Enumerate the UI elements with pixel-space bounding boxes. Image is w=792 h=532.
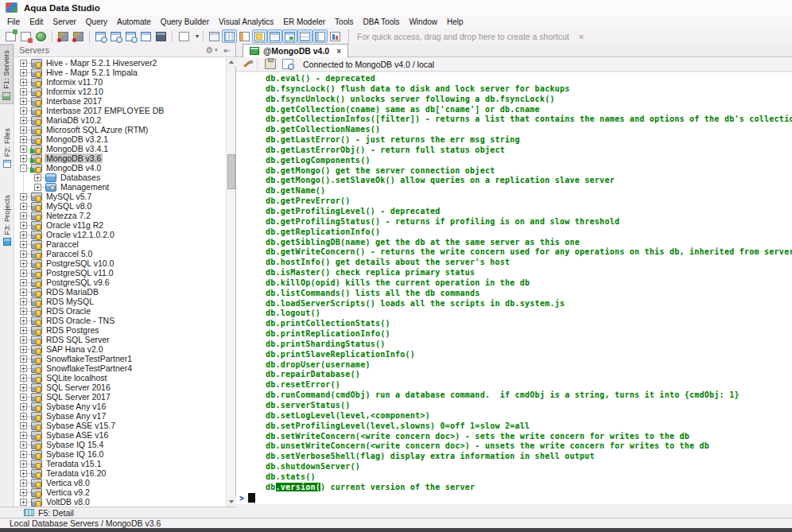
expand-icon[interactable]: + [20, 480, 27, 487]
dark-window-icon[interactable] [153, 29, 169, 43]
scroll-down-icon[interactable] [227, 497, 236, 507]
tree-item-vertica-v8-0[interactable]: +Vertica v8.0 [14, 478, 226, 487]
windows-icon[interactable] [207, 29, 222, 43]
tree-item-mongodb-v4-0[interactable]: -MongoDB v4.0 [14, 163, 226, 173]
tree-item-sql-server-2017[interactable]: +SQL Server 2017 [14, 392, 226, 402]
menu-server[interactable]: Server [48, 16, 80, 28]
tab-close-icon[interactable]: × [336, 47, 341, 56]
expand-icon[interactable]: + [20, 327, 27, 334]
tree-item-snowflaketestpartner4[interactable]: +SnowflakeTestPartner4 [14, 363, 226, 373]
server-grid-icon[interactable] [33, 29, 49, 43]
disconnect-icon[interactable] [56, 29, 71, 43]
tree-item-rds-postgres[interactable]: +RDS Postgres [14, 325, 226, 335]
side-tab-f2-files[interactable]: F2: Files [0, 123, 14, 171]
expand-icon[interactable]: + [34, 184, 41, 191]
expand-icon[interactable]: + [20, 441, 27, 449]
expand-icon[interactable]: + [20, 355, 27, 363]
tree-item-oracle-v12-1-0-2-0[interactable]: +Oracle v12.1.0.2.0 [14, 230, 226, 239]
grid-toggle-icon[interactable] [222, 29, 237, 43]
new-document-icon[interactable] [176, 29, 200, 43]
expand-icon[interactable]: + [20, 289, 27, 296]
expand-icon[interactable]: + [20, 155, 27, 162]
tree-item-postgresql-v11-0[interactable]: +PostgreSQL v11.0 [14, 268, 226, 278]
scroll-up-icon[interactable] [227, 57, 236, 67]
tree-item-mariadb-v10-2[interactable]: +MariaDB v10.2 [14, 115, 226, 125]
quick-access-close-icon[interactable]: × [579, 32, 584, 41]
pivot-toggle-icon[interactable] [282, 29, 297, 43]
tree-item-interbase-2017-employee-db[interactable]: +Interbase 2017 EMPLOYEE DB [14, 106, 226, 115]
minimize-panel-icon[interactable]: ⇤ [224, 46, 231, 55]
expand-icon[interactable]: + [20, 365, 27, 372]
side-tab-f3-projects[interactable]: F3: Projects [0, 190, 14, 249]
quick-access-bar[interactable]: For quick access, drag and drop here to … [348, 29, 584, 44]
tree-item-oracle-v11g-r2[interactable]: +Oracle v11g R2 [14, 220, 226, 230]
columns-toggle-icon[interactable] [237, 29, 252, 43]
tree-item-sybase-any-v16[interactable]: +Sybase Any v16 [14, 402, 226, 411]
tree-item-mysql-v5-7[interactable]: +MySQL v5.7 [14, 192, 226, 201]
edit-server-icon[interactable] [18, 29, 33, 43]
expand-icon[interactable]: + [20, 499, 27, 506]
expand-icon[interactable]: + [20, 451, 27, 458]
expand-icon[interactable]: + [20, 270, 27, 277]
tree-item-postgresql-v9-6[interactable]: +PostgreSQL v9.6 [14, 278, 226, 287]
expand-icon[interactable]: + [20, 394, 27, 401]
tree-item-teradata-v16-20[interactable]: +Teradata v16.20 [14, 468, 226, 478]
tree-item-hive-mapr-5-2-1-impala[interactable]: +Hive - Mapr 5.2.1 Impala [14, 68, 226, 77]
expand-icon[interactable]: + [20, 422, 27, 429]
tree-item-hive-mapr-5-2-1-hiveserver2[interactable]: +Hive - Mapr 5.2.1 Hiveserver2 [14, 58, 226, 68]
tree-item-rds-mysql[interactable]: +RDS MySQL [14, 297, 226, 306]
query-log-icon[interactable] [108, 29, 123, 43]
tree-item-paraccel[interactable]: +Paraccel [14, 239, 226, 249]
expand-icon[interactable]: + [20, 231, 27, 239]
menu-help[interactable]: Help [442, 16, 468, 28]
expand-icon[interactable]: + [20, 117, 27, 124]
expand-icon[interactable]: + [20, 222, 27, 229]
expand-icon[interactable]: + [20, 146, 27, 153]
tab-mongodb-v4[interactable]: @MongoDB v4.0 × [243, 44, 348, 57]
expand-icon[interactable]: + [20, 69, 27, 76]
tree-item-sap-hana-v2-0[interactable]: +SAP Hana v2.0 [14, 344, 226, 354]
scrollbar-thumb[interactable] [227, 154, 235, 189]
expand-icon[interactable]: + [20, 375, 27, 382]
tree-item-rds-sql-server[interactable]: +RDS SQL Server [14, 335, 226, 344]
tree-item-sybase-iq-16-0[interactable]: +Sybase IQ 16.0 [14, 449, 226, 459]
tree-item-mongodb-v3-6[interactable]: +MongoDB v3.6 [14, 153, 226, 163]
tree-item-sql-server-2016[interactable]: +SQL Server 2016 [14, 382, 226, 392]
menu-window[interactable]: Window [404, 16, 442, 28]
query-builder-icon[interactable] [138, 29, 153, 43]
expand-icon[interactable]: + [20, 413, 27, 420]
disconnect-all-icon[interactable] [71, 29, 86, 43]
yellow-panel-toggle-icon[interactable] [252, 29, 267, 43]
expand-icon[interactable]: + [20, 98, 27, 105]
menu-query-builder[interactable]: Query Builder [156, 16, 214, 28]
menu-visual-analytics[interactable]: Visual Analytics [214, 16, 278, 28]
tree-item-postgresql-v10-0[interactable]: +PostgreSQL v10.0 [14, 258, 226, 268]
expand-icon[interactable]: + [20, 336, 27, 344]
side-tab-f1-servers[interactable]: F1: Servers [0, 45, 14, 104]
tree-item-sybase-ase-v15-7[interactable]: +Sybase ASE v15.7 [14, 421, 226, 430]
expand-icon[interactable]: + [20, 126, 27, 134]
bar-chart-icon[interactable] [328, 29, 343, 43]
tree-item-snowflaketestpartner1[interactable]: +SnowflakeTestPartner1 [14, 354, 226, 363]
table-toggle-icon[interactable] [267, 29, 282, 43]
form-toggle-icon[interactable] [313, 29, 328, 43]
tree-item-informix-v12-10[interactable]: +Informix v12.10 [14, 87, 226, 96]
tree-item-databases[interactable]: +Databases [14, 173, 226, 182]
tree-item-rds-mariadb[interactable]: +RDS MariaDB [14, 287, 226, 297]
expand-icon[interactable]: + [20, 107, 27, 115]
expand-icon[interactable]: + [20, 88, 27, 95]
expand-icon[interactable]: + [20, 241, 27, 248]
tree-item-teradata-v15-1[interactable]: +Teradata v15.1 [14, 459, 226, 468]
tree-item-mongodb-v3-2-1[interactable]: +MongoDB v3.2.1 [14, 134, 226, 144]
tree-item-sqlite-localhost[interactable]: +SQLite localhost [14, 373, 226, 382]
collapse-icon[interactable]: - [20, 165, 27, 172]
tree-item-vertica-v9-2[interactable]: +Vertica v9.2 [14, 487, 226, 497]
tree-item-sybase-iq-15-4[interactable]: +Sybase IQ 15.4 [14, 440, 226, 449]
tree-item-microsoft-sql-azure-rtm[interactable]: +Microsoft SQL Azure (RTM) [14, 125, 226, 134]
tree-item-sybase-any-v17[interactable]: +Sybase Any v17 [14, 411, 226, 421]
tree-scrollbar[interactable] [226, 57, 235, 507]
tree-item-mysql-v8-0[interactable]: +MySQL v8.0 [14, 201, 226, 211]
menu-edit[interactable]: Edit [25, 16, 48, 28]
expand-icon[interactable]: + [20, 136, 27, 143]
expand-icon[interactable]: + [20, 260, 27, 267]
